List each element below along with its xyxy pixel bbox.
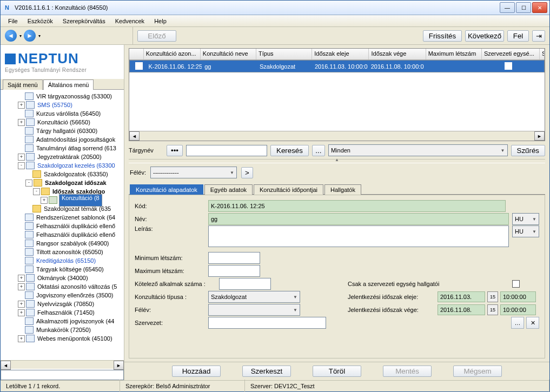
grid-col-szerv[interactable]: Szervezeti egysé... — [482, 49, 540, 59]
leiras-textarea[interactable] — [208, 225, 509, 247]
grid-col-neve[interactable]: Konzultáció neve — [201, 49, 256, 59]
pin-button[interactable]: ⇥ — [532, 30, 545, 42]
nev-lang-select[interactable]: HU▼ — [512, 213, 539, 225]
jel-vege-date[interactable]: 2016.11.08. — [438, 304, 485, 315]
tipus-select[interactable]: Szakdolgozat▼ — [208, 291, 300, 303]
tree-item[interactable]: -Szakdolgozat időszak — [1, 178, 124, 187]
tree-item[interactable]: +Jegyzetraktárak (20500) — [1, 152, 124, 161]
tree-item[interactable]: +Konzultáció (56650) — [1, 118, 124, 127]
grid-col-max[interactable]: Maximum létszám — [426, 49, 482, 59]
nav-back-dd[interactable]: ▾ — [19, 34, 22, 38]
minimize-button[interactable]: — — [500, 2, 515, 13]
tree-item[interactable]: VIR tárgyazonosság (53300) — [1, 92, 124, 101]
nav-forward-button[interactable]: ► — [24, 30, 36, 42]
nav-fwd-dd[interactable]: ▾ — [38, 34, 41, 38]
calendar-icon[interactable]: 15 — [487, 304, 498, 315]
tab-times[interactable]: Konzultáció időpontjai — [254, 184, 323, 195]
search-button[interactable]: Keresés — [270, 145, 309, 156]
tree-item[interactable]: Munkakörök (72050) — [1, 325, 124, 334]
menu-roleswitch[interactable]: Szerepkörváltás — [58, 17, 110, 25]
menu-tools[interactable]: Eszközök — [23, 17, 57, 25]
row-checkbox[interactable] — [135, 62, 143, 70]
szerv-input[interactable] — [208, 317, 326, 329]
refresh-button[interactable]: Frissítés — [423, 30, 462, 42]
tree-search-input[interactable] — [1, 370, 124, 380]
filter-button[interactable]: Szűrés — [511, 145, 545, 156]
tree-item[interactable]: Tárgy hallgatói (60300) — [1, 127, 124, 135]
tab-own-menu[interactable]: Saját menü — [3, 79, 43, 90]
grid-col-sz[interactable]: Sz — [540, 49, 545, 59]
tree-item[interactable]: Tanulmányi átlag sorrend (613 — [1, 144, 124, 152]
jel-vege-time[interactable]: 10:00:00 — [500, 304, 536, 315]
grid-row[interactable]: K-2016.11.06. 12:25 gg Szakdolgozat 2016… — [129, 60, 545, 72]
tree-item[interactable]: Tárgyak költsége (65450) — [1, 265, 124, 274]
min-input[interactable] — [208, 252, 260, 264]
tree-item[interactable]: Adatmódosítási jogosultságok — [1, 135, 124, 144]
tree-item[interactable]: Rendszerüzenet sablonok (64 — [1, 213, 124, 222]
tree-item[interactable]: Jogviszony ellenőrzés (3500) — [1, 291, 124, 300]
kot-input[interactable] — [219, 278, 271, 290]
tree-item[interactable]: +Konzultáció (8 — [1, 196, 124, 204]
grid-col-checkbox[interactable] — [129, 49, 144, 59]
grid-col-eleje[interactable]: Időszak eleje — [312, 49, 369, 59]
semester-go-button[interactable]: > — [241, 167, 253, 178]
search-field-picker[interactable]: ••• — [167, 145, 183, 156]
menu-favorites[interactable]: Kedvencek — [111, 17, 149, 25]
tree-item[interactable]: Rangsor szabályok (64900) — [1, 239, 124, 248]
nev-field[interactable]: gg — [208, 213, 509, 225]
semester-select[interactable]: -------------▼ — [150, 167, 237, 178]
tree-item[interactable]: Felhasználói duplikáció ellenő — [1, 230, 124, 239]
calendar-icon[interactable]: 15 — [487, 291, 498, 302]
tree-scroll-right[interactable]: ► — [114, 361, 124, 370]
nav-tree[interactable]: VIR tárgyazonosság (53300)+SMS (55750)Ku… — [1, 90, 124, 360]
tree-item[interactable]: +SMS (55750) — [1, 101, 124, 109]
tree-item[interactable]: Felhasználói duplikáció ellenő — [1, 222, 124, 230]
save-button[interactable]: Mentés — [383, 366, 432, 377]
grid-col-azon[interactable]: Konzultáció azon... — [144, 49, 201, 59]
tab-general-menu[interactable]: Általános menü — [43, 79, 94, 90]
next-button[interactable]: Következő — [465, 30, 504, 42]
grid-col-vege[interactable]: Időszak vége — [369, 49, 426, 59]
jel-eleje-date[interactable]: 2016.11.03. — [438, 291, 485, 302]
csak-checkbox[interactable] — [512, 280, 520, 288]
felev-select[interactable]: ▼ — [208, 304, 300, 316]
grid-scroll-right[interactable]: ► — [534, 131, 545, 141]
grid-hscroll[interactable]: ◄ ► — [129, 131, 545, 141]
tree-item[interactable]: Kreditigázolás (65150) — [1, 256, 124, 265]
tree-item[interactable]: +Nyelvvizsgák (70850) — [1, 300, 124, 308]
tree-item[interactable]: Szakdolgozatok (63350) — [1, 170, 124, 178]
tree-item[interactable]: Tiltott azonosítók (65050) — [1, 248, 124, 256]
prev-button[interactable]: Előző — [137, 30, 176, 42]
tree-scroll-track[interactable] — [11, 361, 114, 369]
tree-item[interactable]: +Oktatási azonosító változás (5 — [1, 282, 124, 291]
tab-students[interactable]: Hallgatók — [324, 184, 361, 195]
tab-basic-data[interactable]: Konzultáció alapadatok — [130, 184, 203, 195]
tree-scroll-left[interactable]: ◄ — [1, 361, 11, 370]
grid-col-tipus[interactable]: Típus — [256, 49, 312, 59]
close-button[interactable]: ✕ — [532, 2, 547, 13]
menu-file[interactable]: File — [4, 17, 22, 25]
leiras-lang-select[interactable]: HU▼ — [512, 225, 539, 237]
tree-item[interactable]: Alkalmazotti jogviszonyok (44 — [1, 317, 124, 325]
nav-back-button[interactable]: ◄ — [5, 30, 17, 42]
maximize-button[interactable]: ☐ — [516, 2, 531, 13]
tree-item[interactable]: Kurzus várólista (56450) — [1, 109, 124, 118]
search-ellipsis-button[interactable]: ... — [312, 145, 325, 156]
add-button[interactable]: Hozzáad — [172, 366, 221, 377]
szerv-clear-button[interactable]: ✕ — [526, 317, 539, 329]
cancel-button[interactable]: Mégsem — [453, 366, 502, 377]
tree-item[interactable]: +Webes menüpontok (45100) — [1, 334, 124, 343]
tree-item[interactable]: +Felhasználók (71450) — [1, 308, 124, 317]
up-button[interactable]: Fel — [507, 30, 529, 42]
tree-item[interactable]: +Okmányok (34000) — [1, 274, 124, 282]
szerv-browse-button[interactable]: … — [511, 317, 524, 329]
delete-button[interactable]: Töröl — [313, 366, 361, 377]
tree-item[interactable]: Szakdolgozat témák (635 — [1, 204, 124, 213]
grid-scroll-left[interactable]: ◄ — [129, 131, 140, 141]
tree-item[interactable]: -Szakdolgozat kezelés (63300 — [1, 161, 124, 170]
filter-select[interactable]: Minden▼ — [328, 144, 508, 156]
tab-other-data[interactable]: Egyéb adatok — [204, 184, 253, 195]
jel-eleje-time[interactable]: 10:00:00 — [500, 291, 536, 302]
edit-button[interactable]: Szerkeszt — [242, 366, 291, 377]
menu-help[interactable]: Help — [150, 17, 171, 25]
